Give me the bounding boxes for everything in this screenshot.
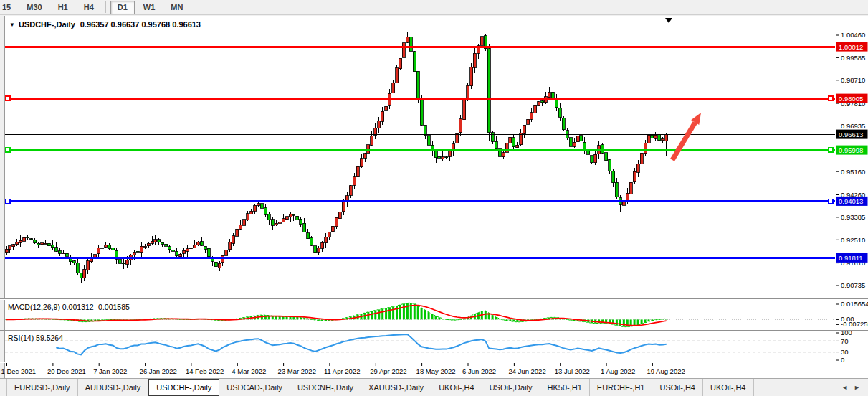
tab-eurusd-daily[interactable]: EURUSD-,Daily — [6, 379, 78, 396]
timeframe-d1[interactable]: D1 — [110, 1, 135, 14]
candle — [402, 43, 405, 58]
chart-canvas[interactable]: 1.004600.995850.987100.978100.969350.960… — [0, 16, 868, 379]
svg-text:70: 70 — [841, 337, 849, 345]
tab-eurchf-h1[interactable]: EURCHF-,H1 — [590, 379, 653, 396]
date-label: 18 May 2022 — [416, 367, 456, 375]
candle — [179, 254, 182, 256]
timeframe-m30[interactable]: M30 — [19, 1, 49, 14]
timeframe-h1[interactable]: H1 — [51, 1, 75, 14]
rsi-indicator-label: RSI(14) 59.5264 — [8, 334, 63, 342]
candle — [456, 133, 459, 143]
date-label: 7 Jan 2022 — [93, 367, 127, 375]
macd-histogram-bar — [456, 319, 458, 320]
tab-usoil-h4[interactable]: USOil-,H4 — [652, 379, 703, 396]
macd-histogram-bar — [623, 319, 625, 326]
candle — [264, 208, 267, 215]
candle — [172, 250, 175, 252]
candle — [594, 154, 597, 162]
macd-histogram-bar — [421, 308, 423, 319]
tab-usdcnh-daily[interactable]: USDCNH-,Daily — [290, 379, 361, 396]
candle — [512, 138, 515, 147]
candle — [83, 269, 86, 278]
candle — [133, 252, 135, 255]
macd-histogram-bar — [506, 319, 508, 321]
candle — [605, 153, 608, 161]
candle — [541, 101, 544, 103]
candle — [19, 240, 22, 242]
candle — [509, 137, 512, 143]
candle — [338, 212, 341, 218]
tab-audusd-daily[interactable]: AUDUSD-,Daily — [78, 379, 149, 396]
candle — [5, 249, 8, 252]
candle — [122, 263, 125, 264]
candle — [392, 83, 395, 93]
candle — [37, 243, 40, 245]
tab-scroll-right-icon[interactable]: ► — [854, 384, 860, 391]
macd-histogram-bar — [459, 319, 462, 320]
candle — [527, 119, 530, 124]
candle — [591, 156, 593, 163]
candle — [399, 58, 402, 68]
candle — [158, 240, 161, 242]
date-label: 23 Mar 2022 — [278, 367, 316, 375]
candle — [640, 153, 643, 164]
timeframe-mn[interactable]: MN — [163, 1, 190, 14]
macd-histogram-bar — [275, 316, 277, 320]
candle — [44, 243, 47, 244]
candle — [247, 214, 249, 220]
chart-title-ohlc: 0.96357 0.96637 0.95768 0.96613 — [80, 20, 201, 29]
tab-usdchf-daily[interactable]: USDCHF-,Daily — [148, 379, 219, 396]
candle — [633, 171, 636, 182]
candle — [271, 220, 274, 226]
candle — [94, 255, 97, 258]
macd-histogram-bar — [442, 319, 444, 319]
candle — [473, 53, 476, 67]
tab-hk50-h1[interactable]: HK50-,H1 — [540, 379, 590, 396]
tab-scroll-arrows: ◄► — [836, 379, 866, 396]
candle — [413, 52, 416, 72]
date-label: 14 Feb 2022 — [186, 367, 224, 375]
tab-xauusd-daily[interactable]: XAUUSD-,Daily — [361, 379, 431, 396]
timeframe-w1[interactable]: W1 — [136, 1, 163, 14]
candle — [207, 248, 210, 257]
macd-histogram-bar — [499, 319, 501, 319]
candle — [424, 125, 426, 135]
tab-scroll-left-icon[interactable]: ◄ — [841, 384, 848, 391]
tab-ukoil-h4[interactable]: UKOil-,H4 — [431, 379, 482, 396]
candle — [260, 204, 263, 208]
tab-ukoil-h4-2[interactable]: UKOil-,H4 — [703, 379, 754, 396]
candle — [285, 217, 288, 220]
tab-usoil-daily[interactable]: USOil-,Daily — [482, 379, 540, 396]
candle — [388, 93, 391, 105]
line-handle — [829, 199, 833, 203]
macd-histogram-bar — [371, 311, 373, 320]
timeframe-h4[interactable]: H4 — [77, 1, 101, 14]
svg-text:30: 30 — [841, 348, 849, 356]
macd-histogram-bar — [392, 306, 394, 319]
candle — [118, 260, 121, 263]
candle — [487, 49, 490, 133]
candle — [254, 205, 257, 211]
candle — [87, 261, 90, 270]
candle — [225, 250, 228, 255]
line-handle — [6, 96, 10, 100]
svg-text:0.96613: 0.96613 — [839, 131, 863, 138]
macd-indicator-label: MACD(12,26,9) 0.001312 -0.001585 — [8, 303, 130, 311]
candle — [204, 246, 206, 249]
candle — [356, 166, 359, 177]
candle — [200, 242, 203, 245]
candle — [292, 214, 295, 215]
candle — [449, 151, 452, 156]
candle — [335, 217, 338, 226]
chart-dropdown-icon: ▼ — [9, 22, 15, 28]
candle — [538, 102, 540, 106]
candle — [385, 106, 388, 110]
candle — [154, 240, 157, 242]
timeframe-m15[interactable]: 15 — [0, 1, 18, 14]
date-label: 20 Dec 2021 — [47, 367, 86, 375]
candle — [282, 219, 285, 222]
tab-usdcad-daily[interactable]: USDCAD-,Daily — [219, 379, 290, 396]
candle — [278, 222, 281, 223]
candle — [54, 248, 57, 251]
candle — [434, 151, 437, 158]
